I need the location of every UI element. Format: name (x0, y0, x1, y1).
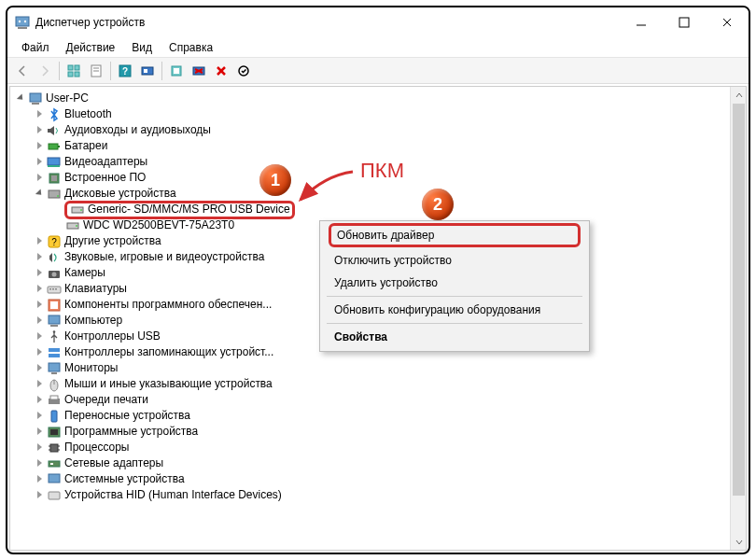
expander-icon[interactable] (33, 170, 46, 186)
minimize-button[interactable] (620, 7, 663, 37)
expander-icon[interactable] (33, 424, 46, 440)
annotation-badge-2: 2 (422, 189, 454, 220)
usb-icon (47, 329, 62, 344)
context-menu-disable[interactable]: Отключить устройство (323, 249, 586, 272)
svg-rect-10 (68, 72, 73, 77)
expander-icon[interactable] (33, 297, 46, 313)
tree-item-network[interactable]: Сетевые адаптеры (33, 455, 746, 471)
expander-icon[interactable] (33, 471, 46, 487)
tree-item-label: Переносные устройства (64, 408, 190, 424)
scan-hardware-button[interactable] (137, 61, 158, 81)
battery-icon (47, 139, 62, 154)
tree-root[interactable]: User-PC (14, 91, 746, 106)
scroll-thumb[interactable] (733, 104, 745, 496)
expander-icon[interactable] (14, 91, 27, 106)
disable-button[interactable] (211, 61, 231, 81)
expander-icon[interactable] (33, 455, 46, 471)
tree-item-system[interactable]: Системные устройства (33, 471, 746, 487)
menu-file[interactable]: Файл (13, 39, 58, 56)
menu-action[interactable]: Действие (58, 39, 124, 56)
expander-icon[interactable] (33, 392, 46, 408)
tree-item-software-devices[interactable]: Программные устройства (33, 424, 746, 440)
svg-rect-74 (50, 463, 53, 465)
enable-button[interactable] (233, 61, 254, 81)
tree-item-hid[interactable]: Устройства HID (Human Interface Devices) (33, 487, 746, 503)
menu-help[interactable]: Справка (161, 39, 221, 56)
disk-icon (47, 187, 62, 202)
expander-icon[interactable] (33, 265, 46, 281)
tree-item-label: Контроллеры запоминающих устройст... (64, 344, 273, 360)
expander-icon[interactable] (33, 186, 46, 202)
svg-rect-49 (49, 288, 51, 290)
svg-rect-76 (49, 492, 60, 499)
back-button[interactable] (12, 61, 33, 81)
expander-icon[interactable] (33, 313, 46, 329)
svg-point-40 (80, 209, 82, 211)
vertical-scrollbar[interactable] (730, 87, 746, 550)
expander-icon[interactable] (33, 344, 46, 360)
tree-item-mice[interactable]: Мыши и иные указывающие устройства (33, 376, 746, 392)
expander-icon[interactable] (33, 360, 46, 376)
svg-rect-36 (51, 175, 57, 181)
update-driver-button[interactable] (166, 61, 187, 81)
forward-button[interactable] (35, 61, 55, 81)
software-component-icon (47, 298, 62, 313)
context-menu-uninstall[interactable]: Удалить устройство (323, 272, 586, 294)
show-tree-button[interactable] (63, 61, 84, 81)
svg-rect-20 (174, 68, 179, 74)
svg-rect-54 (49, 315, 60, 324)
tree-item-audio[interactable]: Аудиовходы и аудиовыходы (33, 122, 746, 138)
tree-item-label: Встроенное ПО (64, 170, 146, 186)
svg-rect-68 (50, 444, 58, 452)
expander-icon[interactable] (33, 376, 46, 392)
svg-text:?: ? (51, 237, 57, 247)
close-button[interactable] (706, 7, 749, 37)
properties-button[interactable] (86, 61, 106, 81)
hid-icon (47, 488, 62, 503)
svg-rect-75 (49, 474, 60, 483)
window-title: Диспетчер устройств (35, 16, 145, 29)
svg-rect-67 (50, 429, 58, 435)
context-menu-update[interactable]: Обновить драйвер (337, 229, 434, 242)
expander-icon[interactable] (33, 154, 46, 170)
uninstall-button[interactable] (189, 61, 209, 81)
expander-icon[interactable] (33, 122, 46, 138)
svg-rect-0 (16, 17, 29, 26)
expander-icon[interactable] (33, 138, 46, 154)
tree-item-label: Компьютер (64, 313, 122, 329)
context-menu-scan[interactable]: Обновить конфигурацию оборудования (323, 299, 586, 321)
tree-item-label: Звуковые, игровые и видеоустройства (64, 249, 264, 265)
expander-icon[interactable] (33, 408, 46, 424)
scroll-down-button[interactable] (731, 534, 747, 550)
tree-item-batteries[interactable]: Батареи (33, 138, 746, 154)
camera-icon (47, 266, 62, 281)
tree-item-portable[interactable]: Переносные устройства (33, 408, 746, 424)
tree-item-bluetooth[interactable]: Bluetooth (33, 106, 746, 122)
expander-icon[interactable] (33, 281, 46, 297)
svg-rect-33 (48, 158, 60, 165)
mouse-icon (47, 377, 62, 392)
audio-icon (47, 123, 62, 138)
expander-icon[interactable] (33, 440, 46, 455)
system-icon (47, 472, 62, 487)
scroll-up-button[interactable] (731, 87, 747, 103)
tree-item-disk-generic[interactable]: Generic- SD/MMC/MS PRO USB Device (51, 202, 746, 217)
tree-item-monitors[interactable]: Мониторы (33, 360, 746, 376)
maximize-button[interactable] (663, 7, 706, 37)
expander-icon[interactable] (33, 487, 46, 503)
help-button[interactable]: ? (115, 61, 135, 81)
expander-icon[interactable] (33, 329, 46, 344)
tree-item-print-queues[interactable]: Очереди печати (33, 392, 746, 408)
expander-icon[interactable] (33, 249, 46, 265)
svg-marker-45 (49, 253, 52, 262)
toolbar-separator (59, 62, 60, 80)
tree-item-processors[interactable]: Процессоры (33, 440, 746, 455)
window-controls (620, 7, 749, 37)
toolbar-separator (161, 62, 162, 80)
menu-view[interactable]: Вид (123, 39, 161, 56)
expander-icon[interactable] (33, 233, 46, 249)
drive-icon (65, 218, 80, 233)
expander-icon[interactable] (33, 106, 46, 122)
context-menu-properties[interactable]: Свойства (323, 326, 586, 348)
tree-item-disk[interactable]: Дисковые устройства (33, 186, 746, 202)
